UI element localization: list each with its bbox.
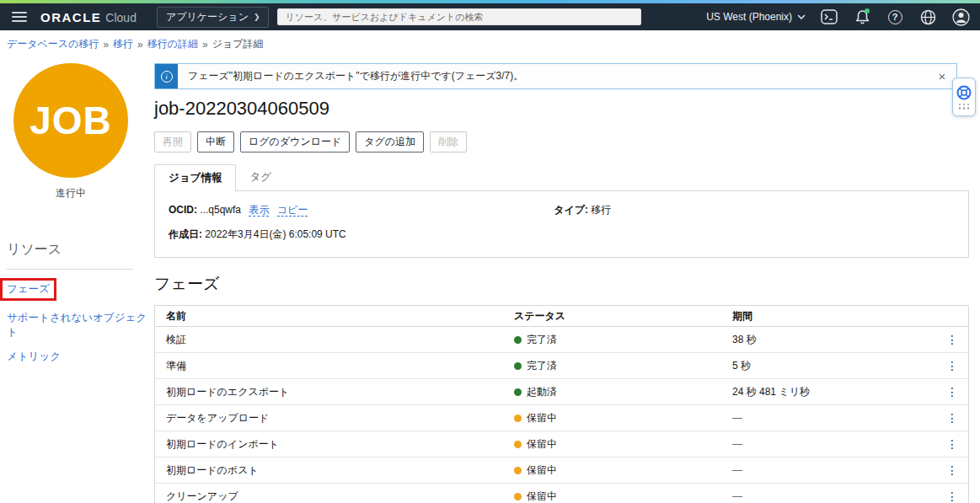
resources-heading: リソース bbox=[7, 241, 154, 259]
row-actions-kebab-icon[interactable]: ⋮ bbox=[936, 490, 968, 502]
table-row-upload-data: データをアップロード 保留中 — ⋮ bbox=[155, 405, 968, 431]
search-input[interactable] bbox=[277, 8, 641, 25]
logo-oracle-text: ORACLE bbox=[40, 10, 101, 24]
job-badge-label: JOB bbox=[29, 98, 112, 143]
column-header-duration: 期間 bbox=[732, 309, 936, 324]
breadcrumb-separator: » bbox=[103, 39, 109, 51]
floating-help-widget bbox=[952, 78, 976, 116]
tab-job-information[interactable]: ジョブ情報 bbox=[154, 164, 236, 191]
chevron-right-icon: ❯ bbox=[254, 13, 260, 21]
drag-handle-dots-icon[interactable] bbox=[959, 104, 970, 110]
breadcrumb: データベースの移行 » 移行 » 移行の詳細 » ジョブ詳細 bbox=[0, 30, 980, 56]
ocid-row: OCID: ...q5qwfa 表示 コピー bbox=[169, 203, 554, 217]
row-actions-kebab-icon[interactable]: ⋮ bbox=[936, 386, 968, 398]
hamburger-menu-icon[interactable] bbox=[12, 12, 27, 22]
resources-divider bbox=[7, 269, 133, 270]
phase-name: 初期ロードのポスト bbox=[166, 463, 514, 478]
breadcrumb-link-migrations[interactable]: 移行 bbox=[113, 37, 133, 51]
type-value: 移行 bbox=[591, 204, 611, 216]
sidebar-link-unsupported-objects[interactable]: サポートされないオブジェクト bbox=[7, 312, 147, 338]
cloud-shell-icon[interactable] bbox=[820, 8, 838, 26]
phase-name: 検証 bbox=[166, 333, 514, 347]
user-avatar[interactable] bbox=[951, 8, 970, 26]
status-dot-icon bbox=[514, 336, 522, 344]
sidebar: JOB 進行中 リソース フェーズ サポートされないオブジェクト メトリック bbox=[0, 56, 154, 503]
sidebar-link-phases[interactable]: フェーズ bbox=[7, 283, 50, 295]
resources-list: フェーズ サポートされないオブジェクト メトリック bbox=[7, 278, 154, 364]
chevron-down-icon bbox=[797, 14, 806, 19]
resume-button[interactable]: 再開 bbox=[154, 131, 191, 153]
sidebar-link-metrics[interactable]: メトリック bbox=[7, 350, 61, 362]
panel-right-column: タイプ: 移行 bbox=[554, 203, 611, 242]
phase-status: 保留中 bbox=[527, 437, 557, 452]
panel-left-column: OCID: ...q5qwfa 表示 コピー 作成日: 2022年3月4日(金)… bbox=[169, 203, 554, 242]
info-banner: i フェーズ"初期ロードのエクスポート"で移行が進行中です(フェーズ3/7)。 … bbox=[154, 63, 957, 89]
created-row: 作成日: 2022年3月4日(金) 6:05:09 UTC bbox=[169, 227, 554, 242]
banner-message: フェーズ"初期ロードのエクスポート"で移行が進行中です(フェーズ3/7)。 bbox=[178, 64, 928, 88]
region-label: US West (Phoenix) bbox=[706, 11, 792, 23]
phase-duration: 5 秒 bbox=[732, 359, 936, 373]
row-actions-kebab-icon[interactable]: ⋮ bbox=[936, 464, 968, 476]
sidebar-item-metrics: メトリック bbox=[7, 350, 154, 364]
row-actions-kebab-icon[interactable]: ⋮ bbox=[936, 412, 968, 424]
breadcrumb-link-database-migration[interactable]: データベースの移行 bbox=[7, 37, 99, 51]
phase-duration: — bbox=[732, 438, 936, 450]
row-actions-kebab-icon[interactable]: ⋮ bbox=[936, 360, 968, 372]
table-row-validate: 検証 完了済 38 秒 ⋮ bbox=[155, 327, 968, 353]
globe-language-icon[interactable] bbox=[918, 8, 937, 26]
phase-name: 初期ロードのエクスポート bbox=[166, 385, 514, 399]
help-icon[interactable]: ? bbox=[886, 8, 904, 26]
tabs: ジョブ情報 タグ bbox=[154, 164, 969, 190]
applications-button[interactable]: アプリケーション ❯ bbox=[157, 7, 270, 28]
phase-status: 保留中 bbox=[527, 490, 557, 503]
page: ORACLE Cloud アプリケーション ❯ US West (Phoenix… bbox=[0, 0, 980, 503]
add-tags-button[interactable]: タグの追加 bbox=[356, 131, 424, 153]
ocid-show-link[interactable]: 表示 bbox=[249, 204, 269, 217]
phase-name: クリーンアップ bbox=[166, 490, 514, 503]
applications-label: アプリケーション bbox=[166, 10, 249, 24]
breadcrumb-link-migration-details[interactable]: 移行の詳細 bbox=[147, 37, 198, 51]
search-container bbox=[277, 8, 641, 25]
notifications-bell-icon[interactable] bbox=[853, 8, 871, 26]
row-actions-kebab-icon[interactable]: ⋮ bbox=[936, 438, 968, 450]
breadcrumb-separator: » bbox=[137, 39, 143, 51]
ocid-label: OCID: bbox=[169, 204, 197, 216]
phase-duration: — bbox=[732, 412, 936, 424]
type-row: タイプ: 移行 bbox=[554, 203, 611, 217]
sidebar-item-unsupported-objects: サポートされないオブジェクト bbox=[7, 311, 154, 340]
phase-status: 起動済 bbox=[527, 385, 557, 399]
abort-button[interactable]: 中断 bbox=[197, 131, 234, 153]
status-dot-icon bbox=[514, 415, 522, 422]
status-dot-icon bbox=[514, 467, 522, 474]
ocid-copy-link[interactable]: コピー bbox=[277, 204, 308, 217]
status-dot-icon bbox=[514, 493, 522, 500]
delete-button[interactable]: 削除 bbox=[430, 131, 467, 153]
region-selector[interactable]: US West (Phoenix) bbox=[706, 11, 806, 23]
table-row-initial-load-export: 初期ロードのエクスポート 起動済 24 秒 481 ミリ秒 ⋮ bbox=[155, 379, 968, 405]
download-log-button[interactable]: ログのダウンロード bbox=[240, 131, 350, 153]
created-label: 作成日: bbox=[169, 228, 202, 240]
topbar-right: US West (Phoenix) ? bbox=[706, 8, 970, 26]
sidebar-item-phases: フェーズ bbox=[7, 278, 154, 301]
tab-tags[interactable]: タグ bbox=[236, 164, 285, 190]
job-information-panel: OCID: ...q5qwfa 表示 コピー 作成日: 2022年3月4日(金)… bbox=[154, 190, 969, 258]
column-header-name: 名前 bbox=[166, 309, 514, 324]
job-status-text: 進行中 bbox=[7, 186, 135, 201]
notification-dot bbox=[865, 8, 870, 13]
action-buttons: 再開 中断 ログのダウンロード タグの追加 削除 bbox=[154, 131, 969, 153]
breadcrumb-current: ジョブ詳細 bbox=[212, 37, 264, 51]
phase-status: 保留中 bbox=[527, 411, 557, 425]
row-actions-kebab-icon[interactable]: ⋮ bbox=[936, 334, 968, 345]
phase-duration: 24 秒 481 ミリ秒 bbox=[732, 385, 936, 399]
lifebuoy-support-icon[interactable] bbox=[956, 85, 972, 100]
topbar: ORACLE Cloud アプリケーション ❯ US West (Phoenix… bbox=[0, 3, 980, 30]
type-label: タイプ: bbox=[554, 204, 588, 216]
phase-status: 完了済 bbox=[527, 359, 557, 373]
logo-cloud-text: Cloud bbox=[105, 11, 137, 24]
oracle-cloud-logo[interactable]: ORACLE Cloud bbox=[40, 10, 137, 24]
phase-duration: — bbox=[732, 490, 936, 502]
phase-duration: — bbox=[732, 464, 936, 476]
phases-table: 名前 ステータス 期間 検証 完了済 38 秒 ⋮ 準備 完了済 5 秒 ⋮ bbox=[154, 305, 969, 503]
status-dot-icon bbox=[514, 388, 522, 396]
status-dot-icon bbox=[514, 362, 522, 370]
